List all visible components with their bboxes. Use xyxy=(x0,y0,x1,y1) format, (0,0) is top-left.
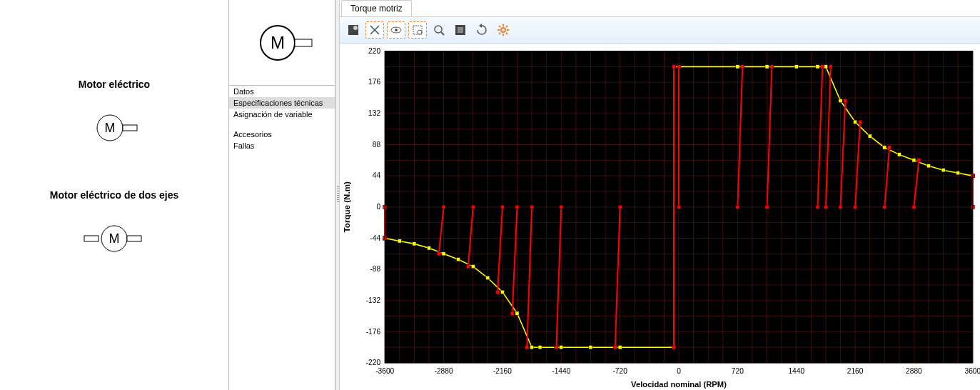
svg-rect-128 xyxy=(560,346,563,349)
svg-line-27 xyxy=(506,26,507,27)
svg-text:-2160: -2160 xyxy=(493,367,512,375)
svg-rect-146 xyxy=(941,169,945,172)
svg-text:M: M xyxy=(105,121,116,135)
svg-text:-3600: -3600 xyxy=(375,367,394,375)
svg-rect-154 xyxy=(437,252,440,256)
tool-snapshot[interactable] xyxy=(451,21,470,39)
svg-rect-189 xyxy=(824,205,827,209)
nav-especificaciones[interactable]: Especificaciones técnicas xyxy=(229,97,335,109)
svg-line-28 xyxy=(499,33,500,34)
svg-rect-166 xyxy=(525,346,529,349)
svg-text:2880: 2880 xyxy=(906,367,922,375)
param-nav: Datos Especificaciones técnicas Asignaci… xyxy=(229,86,335,151)
selected-component-preview: M xyxy=(229,0,335,86)
svg-rect-192 xyxy=(839,205,842,209)
tool-crop[interactable] xyxy=(344,21,363,39)
svg-rect-162 xyxy=(515,205,519,209)
motor-2axis-icon: M xyxy=(79,222,150,257)
svg-text:88: 88 xyxy=(373,141,381,149)
motor-electric-item[interactable]: Motor eléctrico M xyxy=(6,79,223,146)
svg-line-26 xyxy=(506,33,507,34)
svg-rect-127 xyxy=(538,346,542,349)
svg-text:M: M xyxy=(271,33,285,52)
svg-rect-175 xyxy=(672,65,676,69)
svg-text:Velocidad nominal (RPM): Velocidad nominal (RPM) xyxy=(631,380,727,389)
svg-point-13 xyxy=(395,29,398,31)
svg-text:1440: 1440 xyxy=(788,367,804,375)
svg-rect-165 xyxy=(530,205,534,209)
svg-text:720: 720 xyxy=(732,367,744,375)
svg-rect-120 xyxy=(442,252,445,256)
svg-rect-9 xyxy=(295,39,312,46)
svg-rect-171 xyxy=(618,205,622,209)
svg-text:-2880: -2880 xyxy=(435,367,453,375)
svg-line-25 xyxy=(499,26,500,27)
svg-rect-19 xyxy=(458,27,463,33)
svg-rect-142 xyxy=(883,146,886,149)
svg-text:3600: 3600 xyxy=(964,367,980,375)
svg-point-15 xyxy=(418,30,422,34)
svg-rect-156 xyxy=(471,205,475,209)
svg-rect-195 xyxy=(854,205,857,209)
svg-rect-153 xyxy=(442,205,445,209)
tool-settings[interactable] xyxy=(494,21,512,39)
svg-rect-129 xyxy=(589,346,592,349)
svg-text:-44: -44 xyxy=(370,234,380,241)
svg-rect-186 xyxy=(816,205,819,209)
svg-line-17 xyxy=(441,32,444,35)
motor-electric-2axis-item[interactable]: Motor eléctrico de dos ejes M xyxy=(6,189,223,257)
nav-asignacion[interactable]: Asignación de variable xyxy=(229,109,335,120)
svg-rect-190 xyxy=(829,65,832,69)
svg-rect-159 xyxy=(500,205,504,209)
nav-fallas[interactable]: Fallas xyxy=(229,140,335,151)
svg-rect-143 xyxy=(897,153,901,156)
svg-rect-181 xyxy=(741,65,744,69)
tab-torque-motriz[interactable]: Torque motriz xyxy=(341,0,412,16)
tool-zoom[interactable] xyxy=(430,21,448,39)
svg-text:44: 44 xyxy=(373,171,381,179)
svg-rect-196 xyxy=(858,120,862,124)
svg-rect-172 xyxy=(613,346,617,349)
tool-autoscale[interactable] xyxy=(365,21,384,39)
svg-rect-160 xyxy=(496,290,500,294)
component-palette: Motor eléctrico M Motor eléctrico de dos… xyxy=(0,0,228,390)
svg-text:176: 176 xyxy=(368,78,380,86)
tab-bar: Torque motriz xyxy=(340,0,980,17)
tool-zoom-region[interactable] xyxy=(408,21,427,39)
svg-point-11 xyxy=(353,26,358,30)
nav-datos[interactable]: Datos xyxy=(229,86,335,97)
tool-visibility[interactable] xyxy=(387,21,405,39)
svg-rect-169 xyxy=(555,346,558,349)
svg-rect-119 xyxy=(427,246,430,250)
motor-electric-label: Motor eléctrico xyxy=(6,79,223,90)
svg-rect-187 xyxy=(821,65,824,69)
svg-rect-201 xyxy=(912,205,916,209)
tool-refresh[interactable] xyxy=(473,21,491,39)
svg-rect-184 xyxy=(770,65,774,69)
svg-rect-168 xyxy=(560,205,563,209)
svg-text:-88: -88 xyxy=(370,265,380,273)
torque-chart[interactable]: -3600-2880-2160-1440-7200720144021602880… xyxy=(340,44,980,390)
svg-text:-132: -132 xyxy=(366,296,381,304)
svg-rect-147 xyxy=(956,171,960,175)
svg-point-20 xyxy=(501,28,505,32)
svg-rect-139 xyxy=(839,99,842,102)
chart-panel: Torque motriz -3600-2880-2160-1440-72007… xyxy=(340,0,980,390)
svg-rect-145 xyxy=(926,164,930,168)
svg-rect-118 xyxy=(413,242,416,246)
svg-point-16 xyxy=(435,26,442,33)
svg-text:-720: -720 xyxy=(612,367,627,375)
svg-rect-130 xyxy=(618,346,622,349)
svg-rect-2 xyxy=(123,125,137,131)
svg-rect-135 xyxy=(765,65,769,69)
svg-rect-117 xyxy=(398,239,401,243)
svg-rect-134 xyxy=(736,65,739,69)
svg-text:0: 0 xyxy=(376,203,380,211)
svg-rect-202 xyxy=(917,159,921,162)
svg-rect-123 xyxy=(486,276,490,279)
nav-accesorios[interactable]: Accesorios xyxy=(229,129,335,140)
svg-rect-136 xyxy=(794,65,798,69)
svg-text:132: 132 xyxy=(368,109,380,117)
svg-rect-180 xyxy=(736,205,739,209)
svg-text:-176: -176 xyxy=(366,327,381,335)
